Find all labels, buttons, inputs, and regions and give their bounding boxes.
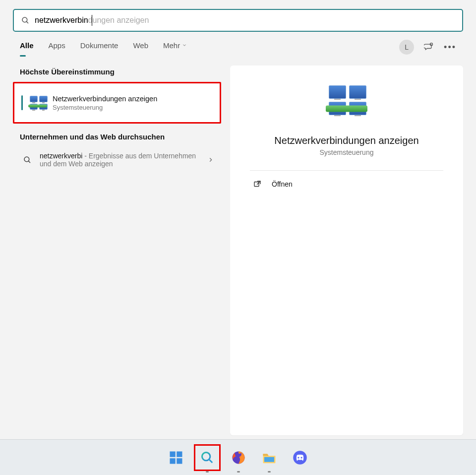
- avatar[interactable]: L: [399, 40, 414, 55]
- taskbar: [0, 439, 476, 475]
- text-caret: [92, 15, 92, 26]
- svg-line-4: [28, 161, 30, 163]
- best-match-header: Höchste Übereinstimmung: [20, 68, 221, 76]
- svg-rect-9: [170, 458, 176, 464]
- taskbar-search[interactable]: [197, 448, 217, 468]
- open-action[interactable]: Öffnen: [245, 171, 448, 198]
- search-input[interactable]: [35, 10, 455, 31]
- taskbar-discord[interactable]: [290, 448, 310, 468]
- svg-point-17: [301, 457, 302, 458]
- network-connections-icon: [29, 94, 47, 112]
- svg-point-3: [24, 157, 29, 162]
- taskbar-start[interactable]: [166, 448, 186, 468]
- tab-web[interactable]: Web: [133, 41, 148, 54]
- tab-all[interactable]: Alle: [20, 41, 34, 54]
- svg-rect-5: [254, 182, 259, 187]
- taskbar-search-highlight: [194, 444, 221, 471]
- detail-network-icon: [327, 85, 366, 124]
- selection-accent: [21, 95, 23, 110]
- open-label: Öffnen: [272, 180, 293, 188]
- web-search-header: Unternehmen und das Web durchsuchen: [20, 133, 221, 141]
- svg-point-16: [298, 457, 299, 458]
- tab-apps[interactable]: Apps: [49, 41, 65, 54]
- detail-title: Netzwerkverbindungen anzeigen: [245, 135, 448, 146]
- taskbar-firefox[interactable]: [229, 448, 248, 468]
- search-icon: [200, 451, 214, 465]
- svg-line-1: [26, 21, 28, 23]
- best-match-title: Netzwerkverbindungen anzeigen: [53, 95, 157, 103]
- svg-rect-7: [170, 451, 176, 457]
- discord-icon: [293, 450, 307, 465]
- web-search-result[interactable]: netzwerkverbi - Ergebnisse aus dem Unter…: [13, 147, 221, 173]
- search-icon: [21, 16, 30, 25]
- best-match-subtitle: Systemsteuerung: [53, 104, 157, 111]
- search-box[interactable]: netzwerkverbindungen anzeigen: [13, 9, 463, 32]
- firefox-icon: [231, 450, 246, 465]
- search-icon: [23, 155, 32, 164]
- folder-icon: [262, 450, 277, 465]
- chevron-right-icon: [207, 156, 214, 163]
- svg-rect-10: [177, 458, 182, 464]
- svg-line-12: [209, 459, 212, 462]
- web-query-text: netzwerkverbi: [40, 152, 82, 160]
- tab-documents[interactable]: Dokumente: [80, 41, 119, 54]
- svg-rect-14: [264, 457, 274, 462]
- svg-point-0: [22, 17, 27, 22]
- windows-start-icon: [169, 450, 183, 465]
- chat-icon[interactable]: [424, 42, 434, 52]
- chevron-down-icon: [182, 43, 187, 48]
- taskbar-file-explorer[interactable]: [259, 448, 279, 468]
- tab-more[interactable]: Mehr: [163, 41, 187, 54]
- open-external-icon: [253, 180, 262, 189]
- best-match-result[interactable]: Netzwerkverbindungen anzeigen Systemsteu…: [13, 82, 221, 124]
- svg-rect-8: [177, 451, 182, 457]
- detail-subtitle: Systemsteuerung: [245, 148, 448, 156]
- more-icon[interactable]: •••: [444, 42, 456, 53]
- tab-more-label: Mehr: [163, 41, 180, 50]
